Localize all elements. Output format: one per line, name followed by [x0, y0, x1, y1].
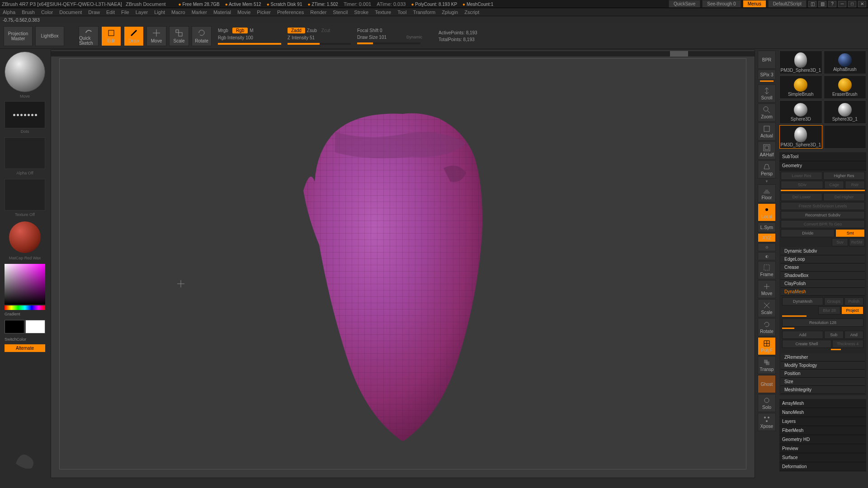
thickness-slider[interactable]	[831, 349, 841, 350]
alternate-button[interactable]: Alternate	[5, 344, 45, 352]
blur-label[interactable]: Blur 28	[818, 306, 840, 314]
polyf-button[interactable]: PolyF	[758, 337, 776, 355]
reconstruct-button[interactable]: Reconstruct Subdiv	[781, 211, 865, 219]
delhigher-button[interactable]: Del Higher	[823, 193, 865, 201]
gradient-label[interactable]: Gradient	[2, 311, 48, 317]
tool-item-6[interactable]: PM3D_Sphere3D_1	[779, 125, 822, 149]
help-icon[interactable]: ?	[828, 1, 836, 7]
menu-picker[interactable]: Picker	[257, 9, 271, 15]
maximize-icon[interactable]: □	[848, 1, 856, 7]
edgeloop-header[interactable]: EdgeLoop	[781, 255, 865, 263]
axis2-button[interactable]: ◐	[758, 252, 776, 260]
seethrough-button[interactable]: See-through 0	[702, 0, 741, 8]
zoom-button[interactable]: Zoom	[758, 103, 776, 122]
subtool-header[interactable]: SubTool	[779, 152, 866, 161]
crease-header[interactable]: Crease	[781, 263, 865, 272]
menu-document[interactable]: Document	[59, 9, 82, 15]
fibermesh-header[interactable]: FiberMesh	[779, 426, 866, 435]
focal-shift[interactable]: Focal Shift 0	[357, 28, 382, 33]
local-button[interactable]: Local	[758, 203, 776, 221]
menu-texture[interactable]: Texture	[375, 9, 391, 15]
shadowbox-header[interactable]: ShadowBox	[781, 272, 865, 280]
actual-button[interactable]: Actual	[758, 122, 776, 141]
thickness-label[interactable]: Thickness 4	[832, 340, 863, 348]
resolution-slider[interactable]	[782, 328, 794, 329]
arraymesh-header[interactable]: ArrayMesh	[779, 399, 866, 408]
axis1-button[interactable]: ⊙	[758, 243, 776, 251]
freeze-button[interactable]: Freeze SubDivision Levels	[781, 202, 865, 210]
tool-item-3[interactable]: EraserBrush	[824, 75, 867, 99]
claypolish-header[interactable]: ClayPolish	[781, 280, 865, 288]
layout-icon[interactable]: ◫	[808, 1, 816, 7]
minimize-icon[interactable]: ─	[838, 1, 846, 7]
blur-slider[interactable]	[782, 315, 807, 317]
createshell-button[interactable]: Create Shell	[782, 340, 831, 348]
ghost-button[interactable]: Ghost	[758, 375, 776, 393]
xyz-button[interactable]: XYZ	[758, 233, 776, 242]
menu-zplugin[interactable]: Zplugin	[442, 9, 458, 15]
viewport[interactable]	[59, 58, 746, 469]
mesh-object[interactable]	[276, 100, 529, 444]
spix-button[interactable]: SPix 3	[758, 70, 776, 80]
menu-render[interactable]: Render	[310, 9, 326, 15]
rgb-intensity[interactable]: Rgb Intensity 100	[218, 35, 253, 40]
menu-macro[interactable]: Macro	[171, 9, 185, 15]
hue-slider[interactable]	[5, 305, 45, 310]
dynsub-header[interactable]: Dynamic Subdiv	[781, 247, 865, 255]
menu-light[interactable]: Light	[154, 9, 165, 15]
alpha-thumbnail[interactable]	[5, 137, 45, 169]
z-intensity-slider[interactable]	[288, 43, 351, 45]
scroll-button[interactable]: Scroll	[758, 84, 776, 103]
highres-button[interactable]: Higher Res	[823, 172, 865, 180]
texture-thumbnail[interactable]	[5, 179, 45, 211]
project-button[interactable]: Project	[841, 306, 863, 314]
close-icon[interactable]: ✕	[858, 1, 866, 7]
bpr-button[interactable]: BPR	[758, 51, 776, 69]
rgb-intensity-slider[interactable]	[218, 43, 281, 45]
tool-item-0[interactable]: PM3D_Sphere3D_1	[779, 51, 822, 74]
menu-layer[interactable]: Layer	[136, 9, 148, 15]
frame-button[interactable]: Frame	[758, 261, 776, 279]
lightbox-button[interactable]: LightBox	[35, 26, 64, 46]
z-intensity[interactable]: Z Intensity 51	[288, 35, 315, 40]
menu-zscript[interactable]: Zscript	[464, 9, 479, 15]
layers-header[interactable]: Layers	[779, 417, 866, 426]
quicksave-button[interactable]: QuickSave	[669, 0, 700, 8]
zremesher-header[interactable]: ZRemesher	[781, 353, 865, 361]
resolution-label[interactable]: Resolution 128	[782, 319, 863, 327]
geometry-header[interactable]: Geometry	[779, 161, 866, 170]
brush-thumbnail[interactable]	[5, 52, 45, 92]
stroke-thumbnail[interactable]	[5, 101, 45, 128]
lowres-button[interactable]: Lower Res	[781, 172, 822, 180]
menu-stroke[interactable]: Stroke	[354, 9, 368, 15]
meshint-header[interactable]: MeshIntegrity	[781, 386, 865, 394]
menu-brush[interactable]: Brush	[22, 9, 35, 15]
nanomesh-header[interactable]: NanoMesh	[779, 408, 866, 417]
material-thumbnail[interactable]	[9, 221, 41, 253]
menu-tool[interactable]: Tool	[397, 9, 406, 15]
cam-rotate-button[interactable]: Rotate	[758, 318, 776, 336]
tool-item-empty[interactable]	[824, 125, 867, 149]
smt-button[interactable]: Smt	[835, 229, 865, 237]
tool-item-4[interactable]: Sphere3D	[779, 100, 822, 124]
zscript-button[interactable]: DefaultZScript	[768, 0, 807, 8]
menu-preferences[interactable]: Preferences	[277, 9, 304, 15]
menu-edit[interactable]: Edit	[106, 9, 115, 15]
position-header[interactable]: Position	[781, 370, 865, 378]
draw-button[interactable]: Draw	[124, 26, 144, 46]
xpose-button[interactable]: Xpose	[758, 413, 776, 431]
modtopo-header[interactable]: Modify Topology	[781, 361, 865, 370]
cam-move-button[interactable]: Move	[758, 280, 776, 298]
secondary-color[interactable]	[5, 320, 24, 333]
tool-item-1[interactable]: AlphaBrush	[824, 51, 867, 74]
edit-button[interactable]: Edit	[101, 26, 121, 46]
projection-master-button[interactable]: Projection Master	[4, 26, 33, 46]
zadd-button[interactable]: Zadd	[288, 28, 305, 33]
sdiv-slider[interactable]	[781, 190, 865, 191]
aahalf-button[interactable]: AAHalf	[758, 141, 776, 160]
solo-button[interactable]: Solo	[758, 394, 776, 412]
deformation-header[interactable]: Deformation	[779, 462, 866, 471]
menu-movie[interactable]: Movie	[237, 9, 250, 15]
menu-color[interactable]: Color	[41, 9, 53, 15]
preview-header[interactable]: Preview	[779, 444, 866, 453]
